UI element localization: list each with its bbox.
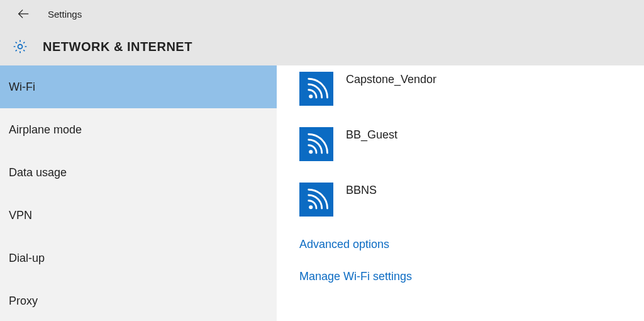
wifi-network-item[interactable]: BBNS bbox=[299, 183, 644, 217]
manage-wifi-settings-link[interactable]: Manage Wi-Fi settings bbox=[299, 270, 644, 283]
svg-point-4 bbox=[309, 205, 313, 209]
main-area: Wi-Fi Airplane mode Data usage VPN Dial-… bbox=[0, 65, 644, 321]
sidebar-item-proxy[interactable]: Proxy bbox=[0, 279, 277, 321]
wifi-icon bbox=[299, 127, 333, 161]
wifi-network-item[interactable]: Capstone_Vendor bbox=[299, 72, 644, 106]
wifi-network-item[interactable]: BB_Guest bbox=[299, 127, 644, 161]
sidebar-item-dialup[interactable]: Dial-up bbox=[0, 237, 277, 279]
sidebar-item-vpn[interactable]: VPN bbox=[0, 194, 277, 237]
sidebar-item-wifi[interactable]: Wi-Fi bbox=[0, 65, 277, 108]
sidebar-item-label: Proxy bbox=[9, 295, 38, 308]
sidebar-item-label: Airplane mode bbox=[9, 123, 82, 137]
sidebar: Wi-Fi Airplane mode Data usage VPN Dial-… bbox=[0, 65, 277, 321]
sidebar-item-data-usage[interactable]: Data usage bbox=[0, 151, 277, 194]
wifi-icon bbox=[299, 72, 333, 106]
section-title: NETWORK & INTERNET bbox=[43, 40, 192, 54]
advanced-options-link[interactable]: Advanced options bbox=[299, 238, 644, 251]
wifi-network-name: BB_Guest bbox=[346, 127, 397, 142]
sidebar-item-label: VPN bbox=[9, 209, 32, 222]
wifi-links: Advanced options Manage Wi-Fi settings bbox=[299, 238, 644, 283]
title-bar: Settings bbox=[0, 0, 644, 28]
arrow-left-icon bbox=[16, 7, 30, 21]
sidebar-item-label: Data usage bbox=[9, 166, 67, 179]
svg-point-2 bbox=[309, 94, 313, 98]
wifi-icon bbox=[299, 183, 333, 217]
wifi-network-name: BBNS bbox=[346, 183, 377, 197]
sidebar-item-label: Dial-up bbox=[9, 252, 45, 265]
svg-point-3 bbox=[309, 150, 313, 154]
wifi-network-list: Capstone_Vendor BB_Guest bbox=[299, 72, 644, 217]
back-button[interactable] bbox=[14, 4, 33, 23]
wifi-network-name: Capstone_Vendor bbox=[346, 72, 436, 86]
sidebar-item-label: Wi-Fi bbox=[9, 81, 35, 94]
content-pane: Capstone_Vendor BB_Guest bbox=[277, 65, 644, 321]
gear-icon bbox=[11, 38, 29, 55]
svg-point-1 bbox=[18, 45, 23, 49]
section-header: NETWORK & INTERNET bbox=[0, 28, 644, 65]
page-title: Settings bbox=[48, 9, 82, 20]
sidebar-item-airplane[interactable]: Airplane mode bbox=[0, 108, 277, 151]
